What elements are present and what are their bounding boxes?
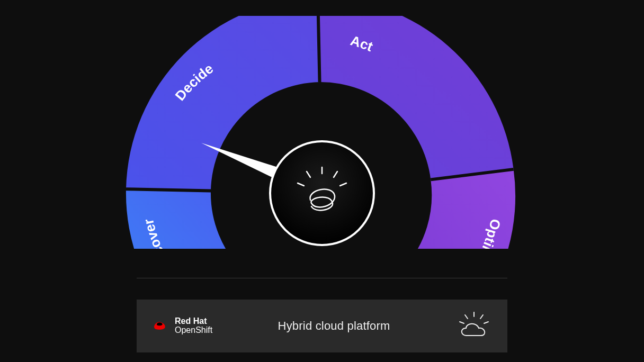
footer-logo-block: Red Hat OpenShift xyxy=(151,317,212,335)
cloud-icon xyxy=(455,310,493,342)
gauge-dial: Discover Decide Act Optimize xyxy=(121,16,523,249)
svg-line-11 xyxy=(465,315,468,319)
svg-line-12 xyxy=(480,315,483,319)
redhat-icon xyxy=(151,318,167,334)
diagram-stage: Discover Decide Act Optimize xyxy=(0,0,644,362)
redhat-line2: OpenShift xyxy=(175,326,212,335)
svg-point-4 xyxy=(270,141,374,245)
redhat-text: Red Hat OpenShift xyxy=(175,317,212,335)
redhat-line1: Red Hat xyxy=(175,317,212,326)
gauge-hub xyxy=(270,141,374,245)
svg-line-14 xyxy=(484,322,488,323)
svg-line-13 xyxy=(460,322,464,323)
svg-line-1 xyxy=(318,16,319,82)
svg-line-0 xyxy=(126,189,211,191)
footer-card: Red Hat OpenShift Hybrid cloud platform xyxy=(137,300,507,352)
footer-title: Hybrid cloud platform xyxy=(212,319,455,333)
divider-line xyxy=(137,278,507,278)
gauge-segment-discover xyxy=(126,189,244,249)
